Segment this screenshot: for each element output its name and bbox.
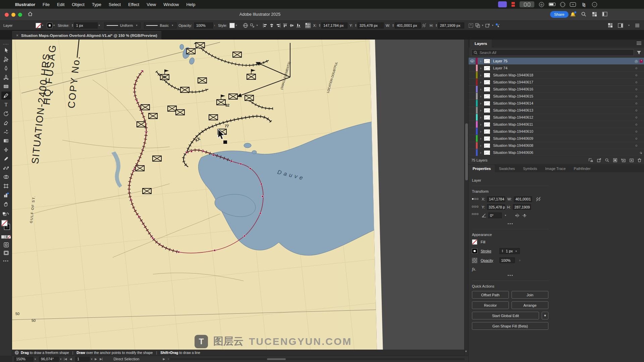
constrain-proportions-icon[interactable] [421,22,428,29]
first-artboard-icon[interactable]: |◀ [64,357,67,361]
target-icon[interactable]: ○ [633,87,640,91]
layer-name[interactable]: Situation Map-19440611 [493,122,633,126]
stroke-weight-control[interactable]: ▲▼ 1 px ▾ [499,248,520,254]
layer-name[interactable]: Situation Map-19440612 [493,115,633,119]
opacity-value-input[interactable]: 100% [499,257,515,263]
expand-chevron[interactable]: › [478,101,484,105]
target-icon[interactable]: ○ [633,122,640,126]
layer-row[interactable]: › Situation Map-19440606 ○ ▾ [469,149,644,156]
width-profile-dropdown[interactable]: Uniform▾ [104,22,141,28]
layer-name[interactable]: Situation Map-19440606 [493,150,637,155]
expand-chevron[interactable]: › [478,87,484,91]
target-icon[interactable]: ○ [633,73,640,77]
visibility-toggle[interactable] [469,114,476,121]
layer-row[interactable]: › Layer 74 ○ [469,65,644,72]
control-center-icon[interactable]: ⧎ [581,2,587,7]
more-tools-icon[interactable]: ••• [1,257,11,265]
layer-row[interactable]: › Situation Map-19440609 ○ [469,135,644,142]
visibility-toggle[interactable] [469,128,476,135]
layers-scroll-down[interactable]: ▾ [639,152,643,155]
layer-name[interactable]: Layer 75 [493,59,633,63]
workspace-grid-icon[interactable] [592,12,597,18]
menubar-app-icons[interactable] [520,1,534,7]
align-center-icon[interactable] [268,22,275,29]
expand-chevron[interactable]: › [478,59,484,63]
workspace-switcher-icon[interactable] [617,22,624,29]
do-not-disturb-icon[interactable]: – [592,2,597,7]
search-icon[interactable] [581,12,586,18]
status-menu-icon[interactable]: ▶ [163,357,165,361]
stroke-stepper[interactable]: ▲▼ [71,24,73,27]
artboard-number-input[interactable]: 1 [75,357,90,362]
arrange-button[interactable]: Arrange [512,301,548,309]
screen-mode-icon[interactable] [1,249,11,257]
target-icon[interactable]: ○ [633,108,640,112]
filter-funnel-icon[interactable] [637,51,641,55]
tab-swatches[interactable]: Swatches [495,165,519,172]
expand-chevron[interactable]: › [478,80,484,84]
graph-tool[interactable] [1,191,11,199]
canvas-horizontal-scrollbar[interactable] [170,358,465,360]
layer-name[interactable]: Situation Map-19440608 [493,143,633,147]
expand-chevron[interactable]: › [478,115,484,119]
menu-file[interactable]: File [39,2,53,7]
opacity-input[interactable]: 100% [194,22,213,28]
panel-layout-icon[interactable] [602,12,607,17]
opacity-more-icon[interactable]: › [519,258,520,262]
visibility-toggle[interactable] [469,72,476,78]
opacity-swatch[interactable] [472,258,477,263]
target-icon[interactable]: ○ [633,143,640,147]
home-icon[interactable] [28,11,33,17]
layer-name[interactable]: Situation Map-19440614 [493,101,633,105]
h-input[interactable]: 287,1909 px [438,22,464,28]
rectangle-tool[interactable] [1,82,11,90]
target-icon[interactable]: ◎ [633,59,640,63]
layer-name[interactable]: Situation Map-19440609 [493,136,633,140]
start-global-edit-button[interactable]: Start Global Edit [472,312,539,319]
gen-shape-fill-button[interactable]: Gen Shape Fill (Beta) [472,322,548,330]
recolor-button[interactable]: Recolor [472,301,509,309]
visibility-toggle[interactable] [469,121,476,128]
layer-row[interactable]: › Situation Map-19440612 ○ [469,114,644,121]
menu-select[interactable]: Select [105,2,124,7]
delete-layer-icon[interactable] [638,158,641,162]
fx-button[interactable]: fx. [472,266,641,272]
layers-tab[interactable]: Layers [470,40,492,48]
eraser-tool[interactable] [1,119,11,127]
blend-tool[interactable] [1,164,11,172]
offset-path-button[interactable]: Offset Path [472,291,509,299]
clipping-mask-icon[interactable] [613,158,617,162]
selection-tool[interactable] [1,46,11,54]
canvas-vertical-scrollbar[interactable]: ▾ [464,40,468,356]
layer-row[interactable]: › Situation Map-19440616 ○ [469,86,644,93]
layer-name[interactable]: Situation Map-19440615 [493,94,633,98]
new-sublayer-icon[interactable] [621,158,626,162]
expand-chevron[interactable]: › [478,129,484,133]
menu-help[interactable]: Help [182,2,199,7]
hand-tool[interactable] [1,200,11,208]
panel-menu-icon[interactable] [637,42,641,46]
rotate-tool[interactable] [1,110,11,118]
menu-effect[interactable]: Effect [124,2,143,7]
flip-horizontal-icon[interactable] [515,213,520,218]
hscroll-thumb[interactable] [267,358,286,360]
brush-dropdown[interactable]: Basic▾ [144,22,176,28]
menu-view[interactable]: View [143,2,160,7]
fill-stroke-indicator[interactable] [1,219,11,233]
screen-sharing-icon[interactable] [498,1,507,7]
artboard-tool[interactable] [1,182,11,190]
isolate-mode-icon[interactable] [494,22,501,29]
visibility-toggle[interactable] [469,142,476,149]
transform-h-input[interactable]: 287,1909 [513,204,531,210]
layer-row[interactable]: › Situation Map-19440615 ○ [469,93,644,100]
window-manager-icon[interactable]: ▭ [570,2,576,7]
align-vcenter-icon[interactable] [288,22,295,29]
layer-row[interactable]: › Situation Map-19440618 ○ [469,72,644,79]
scroll-down-icon[interactable]: ▾ [465,350,467,353]
expand-chevron[interactable]: › [478,136,484,140]
eyedropper-tool[interactable] [1,155,11,163]
layer-name[interactable]: Layer 74 [493,66,633,70]
visibility-toggle[interactable] [469,58,476,64]
rotation-dropdown[interactable]: 96,074° [39,357,59,362]
status-red-icon[interactable] [512,2,515,7]
